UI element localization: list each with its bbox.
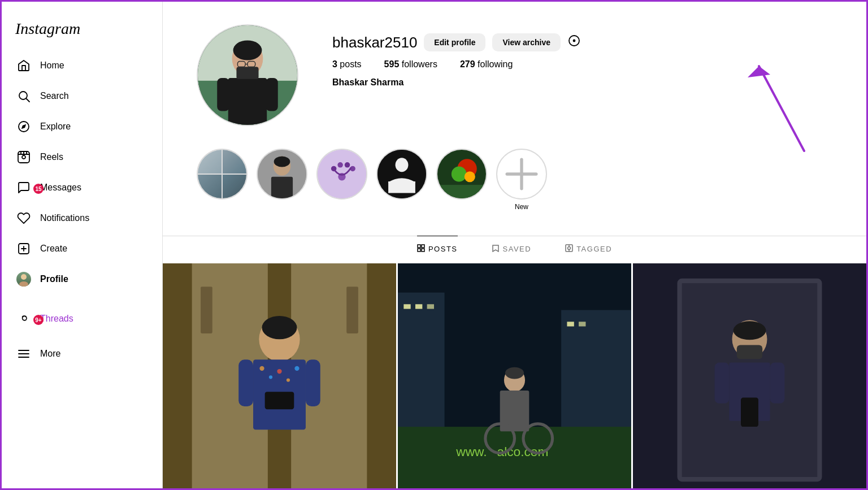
profile-avatar[interactable] (197, 24, 298, 126)
svg-point-38 (337, 162, 343, 168)
story-circle-5 (436, 149, 487, 200)
story-circle-new (496, 149, 547, 200)
sidebar-item-profile[interactable]: Profile (8, 265, 155, 293)
story-item-new[interactable]: New (496, 149, 547, 211)
messages-badge: 15 (33, 184, 44, 194)
svg-rect-56 (418, 249, 420, 251)
sidebar-item-label-explore: Explore (40, 122, 71, 132)
story-item-3[interactable] (316, 149, 367, 203)
svg-rect-55 (422, 245, 424, 248)
tab-posts[interactable]: POSTS (417, 236, 458, 262)
sidebar-item-reels[interactable]: Reels (8, 143, 155, 171)
tabs-section: POSTS SAVED TAGGED (163, 236, 866, 262)
svg-point-70 (259, 366, 264, 371)
view-archive-button[interactable]: View archive (492, 33, 561, 51)
messages-icon: 15 (16, 180, 31, 195)
svg-point-73 (287, 378, 290, 381)
svg-rect-25 (266, 78, 278, 111)
sidebar-item-label-more: More (40, 349, 60, 359)
followers-count: 595 (384, 59, 400, 69)
stat-posts[interactable]: 3 posts (332, 59, 362, 70)
posts-grid: www. alco.com (163, 262, 866, 488)
sidebar: Instagram Home Search (2, 2, 163, 488)
posts-count: 3 (332, 59, 337, 69)
sidebar-item-create[interactable]: Create (8, 235, 155, 263)
svg-point-31 (574, 40, 575, 42)
svg-point-71 (269, 375, 272, 379)
sidebar-item-threads[interactable]: 9+ Threads (8, 305, 155, 333)
profile-section: bhaskar2510 Edit profile View archive 3 … (163, 2, 866, 236)
tagged-tab-icon (565, 244, 573, 254)
svg-point-47 (452, 167, 467, 182)
svg-marker-3 (21, 124, 26, 129)
story-item-1[interactable] (197, 149, 248, 203)
svg-rect-66 (346, 287, 358, 333)
story-circle-3 (316, 149, 367, 200)
sidebar-item-notifications[interactable]: Notifications (8, 204, 155, 232)
more-icon (16, 346, 31, 361)
svg-rect-82 (415, 304, 422, 309)
story-circle-1 (197, 149, 248, 200)
sidebar-item-home[interactable]: Home (8, 51, 155, 80)
sidebar-item-messages[interactable]: 15 Messages (8, 174, 155, 202)
sidebar-item-more[interactable]: More (8, 340, 155, 368)
saved-tab-icon (492, 244, 500, 254)
svg-rect-99 (737, 345, 762, 359)
sidebar-item-label-home: Home (40, 60, 64, 71)
tab-saved[interactable]: SAVED (492, 236, 532, 262)
svg-point-90 (505, 367, 524, 379)
sidebar-item-label-notifications: Notifications (40, 213, 89, 223)
svg-line-1 (27, 99, 30, 102)
svg-rect-84 (567, 322, 574, 326)
svg-point-72 (277, 369, 281, 374)
settings-icon[interactable] (567, 34, 581, 51)
svg-point-34 (274, 156, 290, 167)
svg-rect-101 (741, 397, 758, 427)
svg-text:www.: www. (455, 444, 487, 459)
sidebar-item-label-reels: Reels (40, 152, 63, 162)
home-icon (16, 58, 31, 73)
notifications-icon (16, 211, 31, 226)
sidebar-item-explore[interactable]: Explore (8, 112, 155, 141)
svg-rect-76 (306, 359, 320, 406)
profile-stats: 3 posts 595 followers 279 following (332, 59, 581, 70)
edit-profile-button[interactable]: Edit profile (424, 33, 485, 51)
followers-label: followers (402, 59, 437, 69)
story-item-5[interactable] (436, 149, 487, 203)
app-logo[interactable]: Instagram (2, 11, 162, 51)
svg-point-14 (19, 281, 28, 287)
story-item-4[interactable] (376, 149, 427, 203)
svg-rect-102 (715, 363, 730, 404)
svg-rect-83 (427, 304, 434, 309)
sidebar-item-label-search: Search (40, 91, 69, 101)
svg-point-98 (734, 321, 766, 340)
post-item-3[interactable] (633, 263, 866, 488)
svg-rect-54 (418, 245, 420, 248)
svg-point-68 (262, 316, 297, 339)
stat-following[interactable]: 279 following (460, 59, 513, 70)
post-item-1[interactable] (163, 263, 396, 488)
stat-followers[interactable]: 595 followers (384, 59, 437, 70)
svg-rect-57 (422, 249, 424, 251)
posts-tab-icon (417, 244, 425, 254)
posts-label: posts (340, 59, 361, 69)
profile-info: bhaskar2510 Edit profile View archive 3 … (332, 24, 581, 88)
tab-tagged[interactable]: TAGGED (565, 236, 612, 262)
following-label: following (478, 59, 513, 69)
post-item-2[interactable]: www. alco.com (398, 263, 631, 488)
story-item-2[interactable] (257, 149, 307, 203)
main-content: bhaskar2510 Edit profile View archive 3 … (163, 2, 866, 488)
svg-rect-65 (201, 287, 212, 333)
threads-badge: 9+ (33, 315, 44, 325)
svg-rect-103 (770, 363, 785, 404)
svg-point-39 (345, 162, 350, 168)
threads-icon: 9+ (16, 311, 31, 326)
story-circle-4 (376, 149, 427, 200)
svg-point-22 (233, 40, 262, 60)
sidebar-item-search[interactable]: Search (8, 82, 155, 110)
story-label-new: New (515, 203, 528, 211)
tab-posts-label: POSTS (428, 245, 458, 253)
svg-rect-81 (403, 304, 410, 309)
sidebar-item-label-profile: Profile (40, 274, 68, 284)
profile-username-row: bhaskar2510 Edit profile View archive (332, 33, 581, 51)
